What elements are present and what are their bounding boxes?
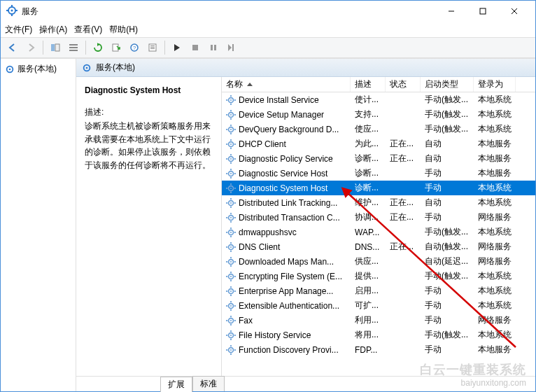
svg-rect-83 bbox=[234, 217, 236, 218]
svg-rect-117 bbox=[230, 309, 232, 310]
svg-point-91 bbox=[230, 246, 232, 247]
svg-rect-104 bbox=[230, 272, 232, 273]
menu-file[interactable]: 文件(F) bbox=[5, 24, 32, 36]
service-row[interactable]: DHCP Client为此...正在...自动本地服务 bbox=[222, 136, 535, 151]
service-logon: 网络服务 bbox=[474, 211, 516, 223]
service-logon: 网络服务 bbox=[474, 241, 516, 253]
column-header-desc[interactable]: 描述 bbox=[351, 77, 386, 92]
service-row[interactable]: DevQuery Background D...使应...手动(触发...本地系… bbox=[222, 122, 535, 136]
menu-view[interactable]: 查看(V) bbox=[74, 24, 102, 36]
svg-text:?: ? bbox=[133, 45, 136, 51]
service-row[interactable]: dmwappushsvcWAP...手动(触发...本地系统 bbox=[222, 225, 535, 239]
toolbar-stop[interactable] bbox=[188, 40, 203, 55]
gear-icon bbox=[226, 169, 236, 178]
service-name-cell: Fax bbox=[222, 316, 351, 326]
toolbar-pause[interactable] bbox=[206, 40, 221, 55]
menu-action[interactable]: 操作(A) bbox=[39, 24, 67, 36]
titlebar: 服务 bbox=[1, 1, 535, 22]
service-startup: 手动 bbox=[421, 167, 474, 179]
toolbar-refresh[interactable] bbox=[90, 40, 106, 55]
service-row[interactable]: File History Service将用...手动(触发...本地系统 bbox=[222, 328, 535, 342]
svg-rect-65 bbox=[234, 173, 236, 174]
service-status: 正在... bbox=[386, 241, 421, 253]
toolbar-forward[interactable] bbox=[23, 40, 38, 55]
service-list[interactable]: Device Install Service使计...手动(触发...本地系统D… bbox=[222, 92, 535, 376]
toolbar-back[interactable] bbox=[5, 40, 20, 55]
column-header-startup[interactable]: 启动类型 bbox=[421, 77, 474, 92]
tree-root[interactable]: 服务(本地) bbox=[2, 62, 74, 76]
svg-rect-100 bbox=[226, 261, 227, 262]
svg-rect-35 bbox=[234, 99, 236, 101]
service-name: Fax bbox=[239, 316, 253, 326]
toolbar-list[interactable] bbox=[66, 40, 81, 55]
service-row[interactable]: Extensible Authentication...可扩...手动本地系统 bbox=[222, 298, 535, 313]
svg-rect-94 bbox=[226, 246, 227, 248]
service-desc: 使计... bbox=[351, 94, 386, 106]
svg-rect-33 bbox=[230, 103, 232, 104]
svg-rect-135 bbox=[230, 353, 232, 354]
svg-rect-52 bbox=[226, 144, 227, 145]
pane-title: 服务(本地) bbox=[96, 62, 135, 74]
service-row[interactable]: Device Install Service使计...手动(触发...本地系统 bbox=[222, 92, 535, 107]
service-row[interactable]: Diagnostic Service Host诊断...手动本地服务 bbox=[222, 166, 535, 181]
service-row[interactable]: Distributed Link Tracking...维护...正在...自动… bbox=[222, 195, 535, 210]
svg-rect-21 bbox=[150, 48, 155, 49]
menubar: 文件(F) 操作(A) 查看(V) 帮助(H) bbox=[1, 22, 535, 37]
service-startup: 手动 bbox=[421, 314, 474, 326]
gear-icon bbox=[226, 257, 236, 267]
column-header-logon[interactable]: 登录为 bbox=[474, 77, 516, 92]
service-desc: 供应... bbox=[351, 255, 386, 267]
close-button[interactable] bbox=[498, 1, 530, 22]
service-startup: 自动 bbox=[421, 153, 474, 164]
service-desc: 诊断... bbox=[351, 182, 386, 194]
service-startup: 手动(触发... bbox=[421, 270, 474, 282]
svg-rect-2 bbox=[11, 5, 13, 7]
toolbar-start[interactable] bbox=[169, 40, 185, 55]
svg-rect-14 bbox=[69, 50, 78, 51]
menu-help[interactable]: 帮助(H) bbox=[109, 24, 138, 36]
service-name-cell: Extensible Authentication... bbox=[222, 301, 351, 311]
svg-point-61 bbox=[230, 172, 232, 174]
gear-icon bbox=[226, 330, 236, 340]
service-name: Enterprise App Manage... bbox=[239, 286, 333, 296]
service-startup: 自动(触发... bbox=[421, 241, 474, 253]
toolbar-details[interactable] bbox=[48, 40, 63, 55]
service-row[interactable]: Function Discovery Provi...FDP...手动本地服务 bbox=[222, 342, 535, 357]
service-name: Diagnostic System Host bbox=[239, 183, 327, 193]
service-row[interactable]: Distributed Transaction C...协调...正在...手动… bbox=[222, 210, 535, 225]
service-row[interactable]: Fax利用...手动网络服务 bbox=[222, 313, 535, 328]
tab-extended[interactable]: 扩展 bbox=[160, 377, 192, 392]
svg-rect-70 bbox=[226, 188, 227, 189]
svg-rect-5 bbox=[15, 10, 17, 11]
toolbar-restart[interactable] bbox=[224, 40, 239, 55]
toolbar-properties[interactable] bbox=[145, 40, 160, 55]
service-row[interactable]: Encrypting File System (E...提供...手动(触发..… bbox=[222, 269, 535, 284]
svg-rect-22 bbox=[192, 45, 198, 50]
service-desc: 使应... bbox=[351, 123, 386, 135]
tab-standard[interactable]: 标准 bbox=[192, 376, 225, 391]
service-name: Downloaded Maps Man... bbox=[239, 257, 334, 267]
svg-rect-92 bbox=[230, 242, 232, 244]
gear-icon bbox=[226, 213, 236, 223]
service-row[interactable]: Enterprise App Manage...启用...手动本地系统 bbox=[222, 284, 535, 298]
column-header-name[interactable]: 名称 bbox=[222, 77, 351, 92]
service-row[interactable]: Device Setup Manager支持...手动(触发...本地系统 bbox=[222, 107, 535, 122]
svg-rect-137 bbox=[234, 349, 236, 351]
service-row[interactable]: Downloaded Maps Man...供应...自动(延迟...网络服务 bbox=[222, 254, 535, 269]
svg-rect-38 bbox=[230, 110, 232, 111]
svg-rect-122 bbox=[230, 316, 232, 317]
toolbar-help[interactable]: ? bbox=[127, 40, 142, 55]
svg-rect-113 bbox=[234, 290, 236, 292]
toolbar-export[interactable] bbox=[108, 40, 124, 55]
service-row[interactable]: Diagnostic System Host诊断...手动本地系统 bbox=[222, 181, 535, 195]
service-desc: 可扩... bbox=[351, 300, 386, 312]
service-logon: 本地服务 bbox=[474, 344, 516, 356]
service-logon: 本地系统 bbox=[474, 329, 516, 341]
svg-point-49 bbox=[230, 143, 232, 144]
service-row[interactable]: Diagnostic Policy Service诊断...正在...自动本地服… bbox=[222, 151, 535, 166]
column-header-status[interactable]: 状态 bbox=[386, 77, 421, 92]
svg-rect-125 bbox=[234, 320, 236, 321]
service-row[interactable]: DNS ClientDNS...正在...自动(触发...网络服务 bbox=[222, 239, 535, 254]
maximize-button[interactable] bbox=[467, 1, 498, 22]
minimize-button[interactable] bbox=[435, 1, 467, 22]
